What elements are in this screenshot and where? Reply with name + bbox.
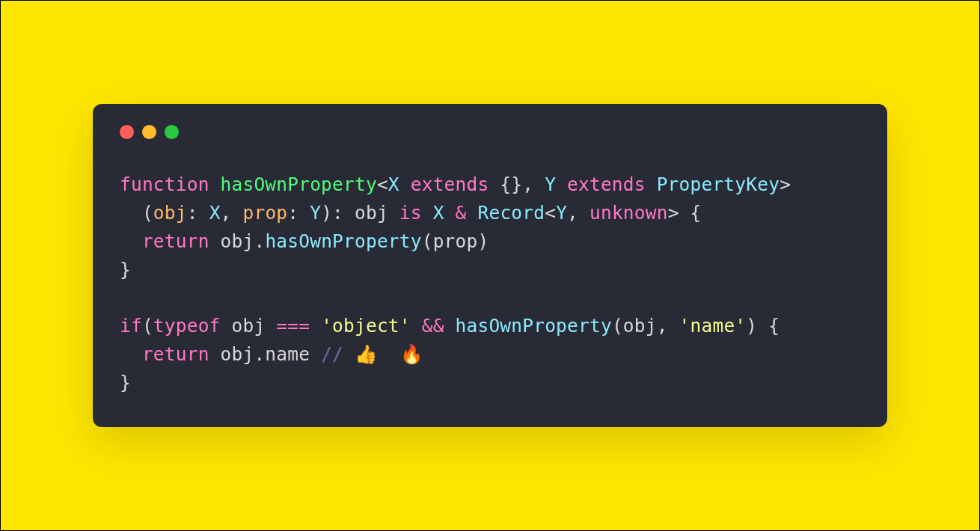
code-token: , xyxy=(567,202,589,224)
code-token: === xyxy=(276,315,310,337)
code-token: Record xyxy=(478,202,545,224)
code-token: ( xyxy=(120,202,153,224)
code-token: hasOwnProperty xyxy=(265,230,421,252)
code-token: obj xyxy=(355,202,388,224)
window-controls xyxy=(120,125,860,139)
code-token: , xyxy=(221,202,243,224)
code-token xyxy=(444,315,456,337)
code-token: } xyxy=(120,259,131,280)
code-token: 'name' xyxy=(679,315,747,337)
code-token: X xyxy=(388,174,399,195)
code-block: function hasOwnProperty<X extends {}, Y … xyxy=(120,171,860,398)
maximize-icon xyxy=(165,125,179,139)
code-token: hasOwnProperty xyxy=(456,315,612,337)
code-token: extends xyxy=(556,174,657,195)
code-token: & xyxy=(444,202,478,224)
code-token: , xyxy=(522,174,545,195)
code-token: obj xyxy=(221,315,277,337)
code-token: function xyxy=(120,174,221,195)
code-token: prop xyxy=(242,202,287,224)
code-token: (prop) xyxy=(422,230,489,252)
code-token: if xyxy=(120,315,142,337)
code-token xyxy=(120,230,142,252)
code-window: function hasOwnProperty<X extends {}, Y … xyxy=(93,104,887,428)
code-token: X xyxy=(433,202,444,224)
code-token: PropertyKey xyxy=(657,174,780,195)
code-token: return xyxy=(142,343,209,365)
code-token: Y xyxy=(556,202,567,224)
code-token: 'object' xyxy=(321,315,411,337)
code-token: return xyxy=(142,230,209,252)
code-token: Y xyxy=(545,174,556,195)
code-token xyxy=(310,315,321,337)
code-token: obj xyxy=(153,202,187,224)
close-icon xyxy=(120,125,134,139)
minimize-icon xyxy=(142,125,156,139)
code-token: hasOwnProperty xyxy=(221,174,377,195)
code-token: < xyxy=(545,202,556,224)
code-token: unknown xyxy=(589,202,668,224)
code-token: is xyxy=(388,202,433,224)
code-token xyxy=(120,343,142,365)
code-token: : xyxy=(287,202,310,224)
code-token: } xyxy=(120,372,131,393)
code-token: > xyxy=(780,174,791,195)
code-token: X xyxy=(209,202,221,224)
code-token: > { xyxy=(668,202,702,224)
code-token: // 👍 🔥 xyxy=(321,343,423,365)
code-token: obj.name xyxy=(209,343,322,365)
code-token: typeof xyxy=(153,315,221,337)
code-token: (obj, xyxy=(612,315,679,337)
code-token xyxy=(411,315,422,337)
code-token: ): xyxy=(321,202,355,224)
code-token: < xyxy=(377,174,388,195)
code-token: : xyxy=(187,202,209,224)
code-token: && xyxy=(422,315,444,337)
code-token: ) { xyxy=(746,315,780,337)
code-token: {} xyxy=(500,174,522,195)
code-token: ( xyxy=(142,315,153,337)
code-token: Y xyxy=(310,202,321,224)
code-token: extends xyxy=(399,174,500,195)
code-token: obj. xyxy=(209,230,266,252)
